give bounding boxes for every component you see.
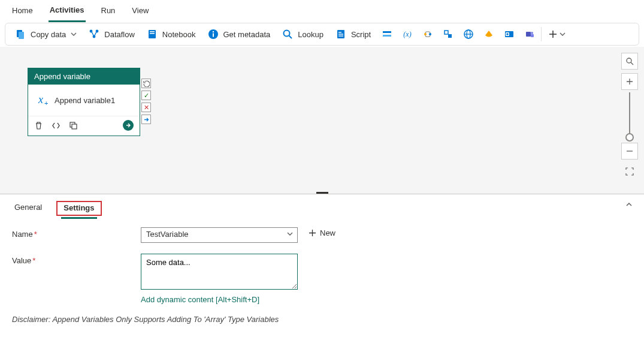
toolbar-icon-until[interactable] [418, 23, 438, 45]
activity-get-metadata-label: Get metadata [223, 30, 271, 39]
variable-icon: (x) [402, 29, 413, 40]
foreach-icon [382, 29, 392, 40]
append-variable-icon: x + [34, 93, 49, 107]
activity-notebook[interactable]: Notebook [141, 23, 202, 45]
svg-rect-33 [72, 124, 77, 129]
svg-rect-19 [445, 31, 448, 34]
svg-line-12 [289, 36, 292, 39]
panel-tab-general[interactable]: General [12, 200, 44, 216]
activity-script[interactable]: Script [329, 23, 377, 45]
activity-card-title: Append variable [28, 68, 140, 85]
fit-to-screen-button[interactable] [621, 163, 638, 180]
name-select[interactable]: TestVariable [141, 227, 298, 243]
value-label: Value* [12, 254, 141, 265]
top-tab-home[interactable]: Home [11, 1, 34, 21]
svg-rect-27 [526, 32, 531, 37]
plus-icon [309, 229, 316, 237]
activity-script-label: Script [351, 30, 371, 39]
panel-tab-settings[interactable]: Settings [61, 201, 96, 219]
toolbar-icon-invoke[interactable] [438, 23, 458, 45]
pipeline-canvas[interactable]: Append variable x + Append variable1 [0, 47, 644, 194]
toolbar-icon-webhook[interactable] [479, 23, 499, 45]
zoom-slider-thumb[interactable] [625, 133, 634, 142]
handle-complete[interactable] [141, 115, 151, 124]
chevron-down-icon [560, 31, 566, 37]
chevron-down-icon [71, 31, 77, 37]
svg-rect-1 [19, 32, 24, 39]
activity-card[interactable]: Append variable x + Append variable1 [28, 68, 140, 136]
svg-rect-20 [448, 34, 452, 38]
invoke-icon [443, 29, 453, 40]
outlook-icon [504, 29, 515, 40]
plus-icon [549, 30, 557, 38]
top-tab-run[interactable]: Run [100, 1, 117, 21]
dataflow-icon [89, 29, 99, 40]
canvas-controls [621, 53, 638, 180]
svg-point-28 [531, 32, 533, 34]
new-variable-button[interactable]: New [309, 227, 335, 237]
activity-toolbar: Copy data Dataflow Notebook Get metadata… [5, 23, 639, 46]
activity-card-name: Append variable1 [55, 96, 115, 105]
add-activity-button[interactable] [543, 30, 572, 38]
svg-text:(x): (x) [404, 30, 412, 38]
activity-dataflow-label: Dataflow [104, 30, 135, 39]
canvas-search-button[interactable] [621, 53, 638, 70]
svg-point-18 [429, 33, 431, 35]
globe-icon [463, 29, 474, 40]
toolbar-icon-teams[interactable] [519, 23, 540, 45]
handle-fail[interactable]: ✕ [141, 103, 151, 112]
svg-text:x: x [38, 94, 43, 106]
activity-output-handles: ✓ ✕ [141, 79, 151, 124]
toolbar-icon-foreach[interactable] [377, 23, 397, 45]
name-label: Name* [12, 227, 141, 239]
value-textarea[interactable] [141, 254, 298, 290]
svg-rect-14 [383, 31, 391, 33]
activity-dataflow[interactable]: Dataflow [83, 23, 141, 45]
svg-rect-7 [150, 33, 155, 34]
activity-lookup[interactable]: Lookup [276, 23, 329, 45]
delete-icon[interactable] [34, 121, 43, 130]
copy-data-icon [15, 29, 26, 40]
svg-point-17 [424, 33, 427, 35]
collapse-panel-button[interactable] [625, 200, 633, 209]
top-tab-view[interactable]: View [131, 1, 150, 21]
teams-icon [524, 29, 535, 40]
code-icon[interactable] [52, 121, 61, 130]
handle-success[interactable]: ✓ [141, 91, 151, 100]
panel-resize-handle[interactable] [316, 192, 328, 194]
svg-text:+: + [44, 100, 48, 107]
notebook-icon [147, 29, 158, 40]
properties-panel: General Settings Name* TestVariable Ne [0, 194, 644, 330]
info-icon [208, 29, 219, 40]
handle-skip[interactable] [141, 79, 151, 88]
zoom-out-button[interactable] [621, 143, 638, 160]
until-icon [422, 29, 433, 40]
svg-rect-6 [150, 31, 155, 32]
svg-point-10 [212, 31, 213, 32]
script-icon [335, 29, 346, 40]
copy-icon[interactable] [69, 121, 78, 130]
add-dynamic-content-link[interactable]: Add dynamic content [Alt+Shift+D] [141, 295, 298, 304]
disclaimer-text: Disclaimer: Append Variables Only Suppor… [12, 315, 632, 324]
zoom-slider[interactable] [629, 92, 630, 140]
run-icon[interactable] [123, 120, 134, 131]
toolbar-icon-outlook[interactable] [499, 23, 519, 45]
activity-get-metadata[interactable]: Get metadata [202, 23, 277, 45]
toolbar-icon-web[interactable] [458, 23, 479, 45]
svg-rect-9 [213, 34, 214, 37]
top-tab-activities[interactable]: Activities [49, 1, 86, 22]
activity-lookup-label: Lookup [298, 30, 323, 39]
search-icon [282, 29, 293, 40]
toolbar-icon-variable[interactable]: (x) [397, 23, 418, 45]
svg-rect-29 [531, 34, 534, 37]
zoom-in-button[interactable] [621, 73, 638, 90]
activity-copy-data-label: Copy data [31, 30, 66, 39]
top-tab-strip: Home Activities Run View [0, 0, 644, 23]
speaker-icon [483, 29, 494, 40]
new-variable-label: New [320, 228, 335, 237]
panel-tab-strip: General Settings [0, 194, 644, 216]
activity-notebook-label: Notebook [162, 30, 196, 39]
toolbar-separator [541, 27, 542, 41]
activity-copy-data[interactable]: Copy data [9, 23, 83, 45]
svg-rect-15 [383, 35, 391, 37]
